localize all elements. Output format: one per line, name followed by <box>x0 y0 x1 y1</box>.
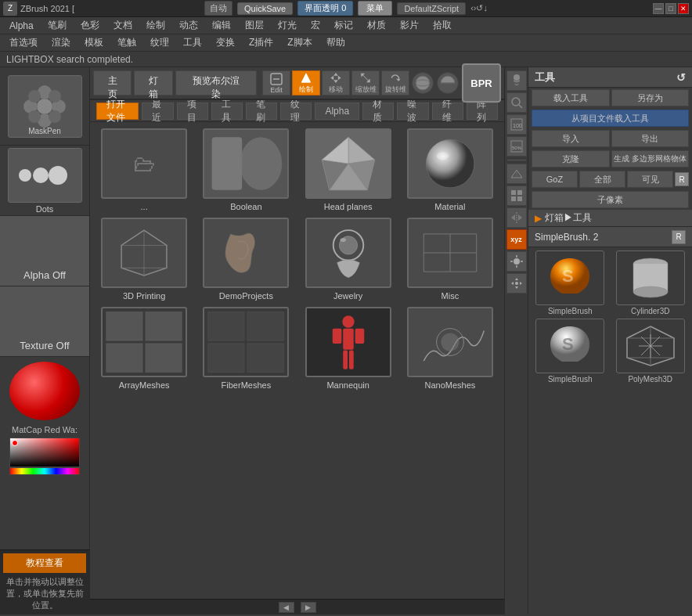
tab-project[interactable]: 项目 <box>177 103 208 120</box>
folder-jewelry[interactable]: Jewelry <box>301 218 396 301</box>
folder-fibermeshes-thumb[interactable] <box>203 307 289 377</box>
tab-noise[interactable]: 噪波 <box>397 103 428 120</box>
quicksave-button[interactable]: QuickSave <box>237 2 293 15</box>
sphere-icon-btn[interactable] <box>412 72 434 94</box>
home-button[interactable]: 主页 <box>93 70 132 95</box>
menu-stroke[interactable]: 笔触 <box>111 34 142 51</box>
folder-boolean[interactable]: Boolean <box>198 128 294 211</box>
goz-button[interactable]: GoZ <box>532 171 578 188</box>
menu-macro[interactable]: 宏 <box>305 17 326 34</box>
script-button[interactable]: DefaultZScript <box>397 2 466 15</box>
tool-simplebrush-white-thumb[interactable]: S <box>535 319 604 373</box>
menu-pickup[interactable]: 拾取 <box>427 17 458 34</box>
folder-nanomeshes[interactable]: NanoMeshes <box>402 307 498 390</box>
rt-zoom2d-btn[interactable] <box>506 92 527 113</box>
tab-fiber[interactable]: 纤维 <box>432 103 463 120</box>
menu-alpha[interactable]: Alpha <box>3 19 40 33</box>
import-button[interactable]: 导入 <box>532 130 610 147</box>
menu-template[interactable]: 模板 <box>78 34 110 51</box>
rt-flow-btn[interactable] <box>506 70 527 91</box>
menu-texture[interactable]: 纹理 <box>144 34 175 51</box>
interface-button[interactable]: 界面透明 0 <box>297 1 353 16</box>
folder-3dprinting-thumb[interactable] <box>101 218 187 288</box>
r-button[interactable]: R <box>675 172 689 186</box>
folder-fibermeshes[interactable]: FiberMeshes <box>198 307 294 390</box>
maximize-button[interactable]: □ <box>665 3 676 14</box>
menu-prefs[interactable]: 首选项 <box>3 34 44 51</box>
rt-grid-btn[interactable] <box>506 186 527 206</box>
menu-light[interactable]: 灯光 <box>272 17 303 34</box>
nav-left-arrow[interactable]: ◀ <box>279 602 294 613</box>
rt-100-btn[interactable]: 100 <box>506 114 527 135</box>
color-gradient[interactable] <box>9 438 80 467</box>
move-icon-btn[interactable]: 移动 <box>322 70 350 95</box>
folder-mannequin[interactable]: Mannequin <box>301 307 396 390</box>
folder-misc[interactable]: Misc <box>402 218 498 301</box>
tab-array[interactable]: 阵列 <box>467 103 498 120</box>
folder-nanomeshes-thumb[interactable] <box>407 307 493 377</box>
menu-button[interactable]: 菜单 <box>358 1 392 16</box>
all-button[interactable]: 全部 <box>579 171 625 188</box>
tool-polymesh3d-thumb[interactable] <box>616 319 685 373</box>
folder-empty-thumb[interactable]: 🗁 <box>101 128 187 199</box>
rt-symmetry-btn[interactable] <box>506 207 527 228</box>
rt-xyz-btn[interactable]: xyz <box>506 229 527 250</box>
menu-zplugin[interactable]: Z插件 <box>243 34 279 51</box>
nav-right-arrow[interactable]: ▶ <box>301 602 316 613</box>
lightbox-button[interactable]: 灯箱 <box>134 70 172 95</box>
refresh-icon[interactable]: ↺ <box>676 71 686 84</box>
folder-material-thumb[interactable] <box>407 128 493 199</box>
menu-marker[interactable]: 标记 <box>328 17 359 34</box>
folder-jewelry-thumb[interactable] <box>305 218 391 288</box>
save-as-button[interactable]: 另存为 <box>611 89 690 106</box>
texture-off-panel[interactable]: Texture Off <box>0 286 89 357</box>
menu-zscript[interactable]: Z脚本 <box>281 34 318 51</box>
tab-tool[interactable]: 工具 <box>211 103 243 120</box>
load-from-project-button[interactable]: 从项目文件载入工具 <box>532 110 689 127</box>
menu-brush[interactable]: 笔刷 <box>41 17 73 34</box>
rotate-icon-btn[interactable]: 旋转维 <box>381 70 409 95</box>
menu-draw[interactable]: 绘制 <box>140 17 171 34</box>
tool-polymesh3d[interactable]: PolyMesh3D <box>612 319 690 384</box>
folder-arraymeshes-thumb[interactable] <box>101 307 187 377</box>
scale-icon-btn[interactable]: 缩放维 <box>351 70 380 95</box>
minimize-button[interactable]: — <box>653 3 664 14</box>
folder-arraymeshes[interactable]: ArrayMeshes <box>96 307 192 390</box>
tool-cylinder3d-thumb[interactable] <box>616 250 685 305</box>
folder-headplanes-thumb[interactable] <box>305 128 391 199</box>
folder-mannequin-thumb[interactable] <box>305 307 391 377</box>
subpixel-button[interactable]: 子像素 <box>532 191 689 208</box>
rt-perspective-btn[interactable] <box>506 164 527 184</box>
color-picker[interactable] <box>9 438 80 475</box>
menu-edit[interactable]: 编辑 <box>206 17 237 34</box>
auto-button[interactable]: 自动 <box>204 1 232 16</box>
dots-thumb[interactable] <box>8 148 82 203</box>
matcap-panel[interactable]: MatCap Red Wa: <box>0 357 89 549</box>
menu-transform[interactable]: 变换 <box>210 34 241 51</box>
half-sphere-icon-btn[interactable] <box>437 72 459 94</box>
tab-alpha[interactable]: Alpha <box>315 103 359 120</box>
tab-material[interactable]: 材质 <box>362 103 394 120</box>
tool-r-button[interactable]: R <box>672 230 686 244</box>
load-tool-button[interactable]: 载入工具 <box>532 89 610 106</box>
tool-simplebrush-gold[interactable]: S SimpleBrush <box>532 250 609 315</box>
rt-rc50-btn[interactable]: 50% <box>506 136 527 157</box>
maskpen-thumb[interactable]: MaskPen <box>8 75 82 138</box>
folder-empty[interactable]: 🗁 ... <box>96 128 192 211</box>
folder-boolean-thumb[interactable] <box>203 128 289 199</box>
draw-icon-btn[interactable]: 绘制 <box>292 70 320 95</box>
tab-brush[interactable]: 笔刷 <box>246 103 277 120</box>
menu-render[interactable]: 渲染 <box>45 34 77 51</box>
menu-layer[interactable]: 图层 <box>239 17 270 34</box>
bpr-button[interactable]: BPR <box>462 63 501 103</box>
tool-simplebrush-gold-thumb[interactable]: S <box>535 250 604 305</box>
generate-button[interactable]: 生成 多边形网格物体 <box>611 150 690 168</box>
folder-demoprojects-thumb[interactable] <box>203 218 289 288</box>
matcap-thumb[interactable] <box>9 362 80 420</box>
preview-button[interactable]: 预览布尔渲染 <box>175 70 257 95</box>
menu-document[interactable]: 文档 <box>107 17 139 34</box>
menu-dynamics[interactable]: 动态 <box>173 17 204 34</box>
visible-button[interactable]: 可见 <box>627 171 673 188</box>
menu-material[interactable]: 材质 <box>361 17 392 34</box>
close-button[interactable]: ✕ <box>678 3 689 14</box>
